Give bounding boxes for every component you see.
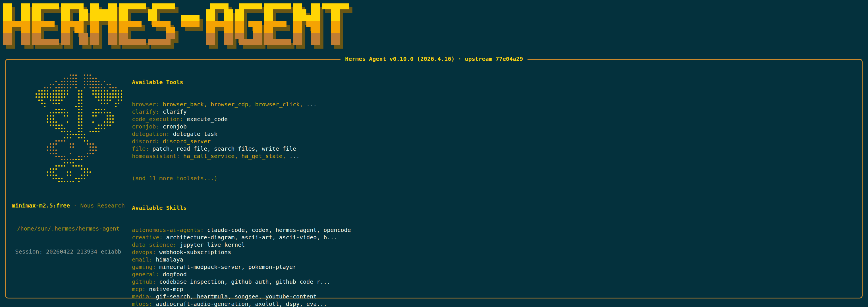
caduceus-dot [78,115,80,117]
caduceus-dot [78,159,80,160]
caduceus-dot [64,131,65,132]
caduceus-dot [61,178,63,179]
caduceus-dot [121,96,122,98]
tool-row: file: patch, read_file, search_files, wr… [132,145,814,152]
caduceus-dot [67,90,68,92]
category-colon: : [149,301,156,307]
caduceus-dot [118,93,119,95]
caduceus-dot [41,99,43,101]
caduceus-dot [44,87,45,88]
caduceus-dot [55,128,57,129]
caduceus-dot [112,90,114,92]
caduceus-dot [61,99,63,101]
terminal-screen: Hermes Agent v0.10.0 (2026.4.16) · upstr… [0,0,868,307]
caduceus-dot [115,87,117,88]
logo-letter [206,3,233,45]
caduceus-dot [50,118,51,120]
skill-row: data-science: jupyter-live-kernel [132,241,814,248]
caduceus-dot [106,90,108,92]
caduceus-dot-art-icon [35,74,126,185]
caduceus-dot [58,112,60,114]
caduceus-dot [81,103,83,104]
caduceus-dot [81,128,83,129]
caduceus-dot [64,156,65,157]
category-values: patch, read_file, search_files, write_fi… [152,145,296,152]
caduceus-dot [64,115,65,117]
caduceus-dot [110,84,111,85]
caduceus-dot [95,81,97,82]
caduceus-dot [98,131,99,132]
caduceus-dot [50,87,51,88]
caduceus-dot [72,84,74,85]
caduceus-dot [78,124,80,126]
category-colon: : [156,123,162,130]
caduceus-dot [55,87,57,88]
category-colon: : [166,130,173,137]
caduceus-dot [50,143,51,145]
tool-row: discord: discord_server [132,137,814,145]
caduceus-dot [95,109,97,110]
caduceus-dot [47,96,48,98]
caduceus-dot [67,162,68,163]
caduceus-dot [70,131,71,132]
category-label: general [132,271,156,278]
caduceus-dot [106,112,108,114]
session-info: minimax-m2.5:free · Nous Research /home/… [4,186,132,271]
caduceus-dot [92,90,94,92]
caduceus-dot [87,81,88,82]
caduceus-dot [50,96,51,98]
caduceus-dot [78,90,80,92]
caduceus-dot [55,121,57,123]
category-values: cronjob [162,123,186,130]
caduceus-dot [84,84,85,85]
caduceus-dot [64,140,65,142]
caduceus-dot [58,103,60,104]
tool-row: cronjob: cronjob [132,123,814,130]
caduceus-dot [67,93,68,95]
caduceus-dot [50,99,51,101]
caduceus-dot [104,128,105,129]
caduceus-dot [75,84,77,85]
caduceus-dot [53,172,54,173]
caduceus-dot [55,81,57,82]
caduceus-dot [87,140,88,142]
caduceus-dot [110,118,111,120]
category-values: jupyter-live-kernel [180,241,245,248]
caduceus-dot [38,96,40,98]
skill-row: mcp: native-mcp [132,285,814,293]
category-values: codebase-inspection, github-auth, github… [159,278,330,285]
caduceus-dot [104,124,105,126]
caduceus-dot [53,143,54,145]
caduceus-dot [101,112,102,114]
caduceus-dot [101,128,102,129]
caduceus-dot [53,112,54,114]
caduceus-dot [61,128,63,129]
caduceus-dot [58,124,60,126]
caduceus-dot [110,96,111,98]
caduceus-dot [64,78,65,79]
caduceus-dot [98,90,99,92]
caduceus-dot [53,168,54,170]
caduceus-dot [61,131,63,132]
caduceus-dot [115,106,117,107]
logo-letter [119,3,146,45]
caduceus-dot [70,162,71,163]
caduceus-dot [118,103,119,104]
caduceus-dot [121,93,122,95]
caduceus-dot [110,93,111,95]
caduceus-dot [55,165,57,166]
caduceus-dot [101,109,102,110]
caduceus-dot [44,103,45,104]
caduceus-dot [87,172,88,173]
caduceus-dot [64,181,65,182]
caduceus-dot [92,146,94,148]
caduceus-dot [95,112,97,114]
skill-row: email: himalaya [132,256,814,263]
caduceus-dot [121,99,122,101]
caduceus-dot [81,175,83,176]
logo-letter [322,3,349,45]
version-title: Hermes Agent v0.10.0 (2026.4.16) · upstr… [340,55,528,63]
caduceus-dot [72,143,74,145]
category-colon: : [156,101,162,108]
caduceus-dot [64,90,65,92]
